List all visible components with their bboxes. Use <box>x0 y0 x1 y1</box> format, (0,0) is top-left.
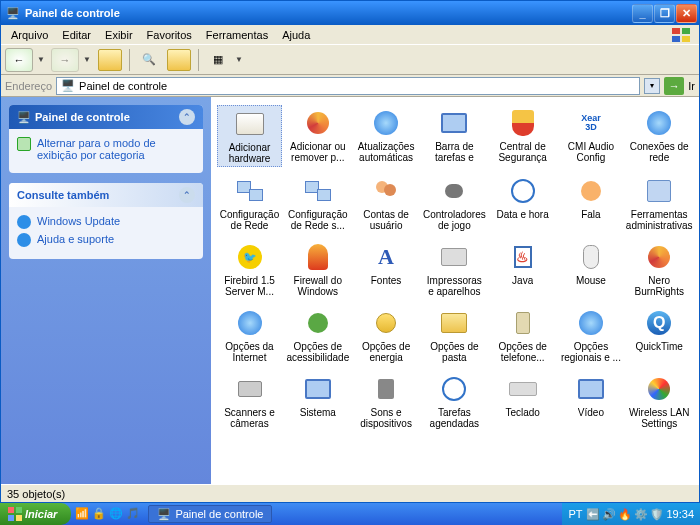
cpl-item[interactable]: Configuração de Rede <box>217 173 282 233</box>
panel-main-header[interactable]: 🖥️Painel de controle ⌃ <box>9 105 203 129</box>
switch-view-link[interactable]: Alternar para o modo de exibição por cat… <box>17 135 195 163</box>
titlebar[interactable]: 🖥️ Painel de controle _ ❐ ✕ <box>1 1 699 25</box>
cpl-item[interactable]: Opções de pasta <box>422 305 487 365</box>
cpl-item[interactable]: Tarefas agendadas <box>422 371 487 431</box>
cpl-item-label: CMI Audio Config <box>560 141 621 163</box>
cpl-item-label: Teclado <box>505 407 539 418</box>
views-dropdown[interactable]: ▼ <box>235 55 245 64</box>
go-button[interactable]: → <box>664 77 684 95</box>
cpl-item[interactable]: Controladores de jogo <box>422 173 487 233</box>
close-button[interactable]: ✕ <box>676 4 697 23</box>
cpl-item[interactable]: Opções da Internet <box>217 305 282 365</box>
cpl-item-label: Opções regionais e ... <box>560 341 621 363</box>
cpl-item[interactable]: Barra de tarefas e me... <box>422 105 487 167</box>
cpl-item[interactable]: Vídeo <box>558 371 623 431</box>
collapse-icon[interactable]: ⌃ <box>179 187 195 203</box>
cpl-item[interactable]: Ferramentas administrativas <box>627 173 692 233</box>
cpl-item[interactable]: Data e hora <box>490 173 555 233</box>
cpl-item[interactable]: Impressoras e aparelhos d... <box>422 239 487 299</box>
cpl-item[interactable]: Firewall do Windows <box>285 239 350 299</box>
cpl-item-label: Opções de pasta <box>424 341 485 363</box>
taskbar-task[interactable]: 🖥️ Painel de controle <box>148 505 272 523</box>
cpl-item[interactable]: Conexões de rede <box>627 105 692 167</box>
tray-icon[interactable]: ⬅️ <box>586 508 598 520</box>
cpl-item[interactable]: QQuickTime <box>627 305 692 365</box>
back-button[interactable]: ← <box>5 48 33 72</box>
forward-dropdown[interactable]: ▼ <box>83 55 93 64</box>
minimize-button[interactable]: _ <box>632 4 653 23</box>
address-dropdown[interactable]: ▾ <box>644 78 660 94</box>
address-input[interactable]: 🖥️ Painel de controle <box>56 77 640 95</box>
panel-main: 🖥️Painel de controle ⌃ Alternar para o m… <box>9 105 203 173</box>
cpl-item[interactable]: Adicionar ou remover p... <box>285 105 350 167</box>
cpl-item[interactable]: Sistema <box>285 371 350 431</box>
cpl-item-label: Tarefas agendadas <box>424 407 485 429</box>
ql-icon[interactable]: 🌐 <box>109 507 123 521</box>
cpl-item[interactable]: 🐦Firebird 1.5 Server M... <box>217 239 282 299</box>
svg-rect-4 <box>8 507 14 513</box>
language-indicator[interactable]: PT <box>568 508 582 520</box>
task-label: Painel de controle <box>175 508 263 520</box>
panel-also-header[interactable]: Consulte também ⌃ <box>9 183 203 207</box>
accessibility-icon <box>302 307 334 339</box>
cpl-item[interactable]: Teclado <box>490 371 555 431</box>
tray-icon[interactable]: 🔥 <box>618 508 630 520</box>
windows-update-link[interactable]: Windows Update <box>17 213 195 231</box>
cpl-item[interactable]: Adicionar hardware <box>217 105 282 167</box>
menu-editar[interactable]: Editar <box>56 27 97 43</box>
clock[interactable]: 19:34 <box>666 508 694 520</box>
cpl-item[interactable]: Opções de telefone... <box>490 305 555 365</box>
views-button[interactable]: ▦ <box>205 47 231 73</box>
menu-ajuda[interactable]: Ajuda <box>276 27 316 43</box>
key-icon <box>507 373 539 405</box>
cpl-item[interactable]: Configuração de Rede s... <box>285 173 350 233</box>
up-button[interactable] <box>97 47 123 73</box>
cpl-item-label: Adicionar ou remover p... <box>287 141 348 163</box>
side-panel: 🖥️Painel de controle ⌃ Alternar para o m… <box>1 97 211 484</box>
flame-icon <box>302 241 334 273</box>
cpl-item[interactable]: ♨Java <box>490 239 555 299</box>
start-button[interactable]: Iniciar <box>0 503 71 525</box>
cpl-item[interactable]: AFontes <box>354 239 419 299</box>
cpl-item[interactable]: Opções de acessibilidade <box>285 305 350 365</box>
category-view-icon <box>17 137 31 151</box>
cpl-item-label: Atualizações automáticas <box>356 141 417 163</box>
face-icon <box>575 175 607 207</box>
box-icon <box>234 108 266 140</box>
panel-main-title: Painel de controle <box>35 111 130 123</box>
cpl-item[interactable]: Fala <box>558 173 623 233</box>
cpl-item[interactable]: Wireless LAN Settings <box>627 371 692 431</box>
menu-favoritos[interactable]: Favoritos <box>141 27 198 43</box>
window: 🖥️ Painel de controle _ ❐ ✕ Arquivo Edit… <box>0 0 700 503</box>
cpl-item[interactable]: Opções regionais e ... <box>558 305 623 365</box>
tray-icon[interactable]: 🛡️ <box>650 508 662 520</box>
forward-button[interactable]: → <box>51 48 79 72</box>
cpl-item[interactable]: Contas de usuário <box>354 173 419 233</box>
ql-icon[interactable]: 🔒 <box>92 507 106 521</box>
menu-exibir[interactable]: Exibir <box>99 27 139 43</box>
tray-icon[interactable]: 🔊 <box>602 508 614 520</box>
back-dropdown[interactable]: ▼ <box>37 55 47 64</box>
menu-ferramentas[interactable]: Ferramentas <box>200 27 274 43</box>
search-button[interactable]: 🔍 <box>136 47 162 73</box>
cpl-item[interactable]: Opções de energia <box>354 305 419 365</box>
cpl-item[interactable]: Central de Segurança <box>490 105 555 167</box>
cpl-item[interactable]: Xear 3DCMI Audio Config <box>558 105 623 167</box>
ql-icon[interactable]: 📶 <box>75 507 89 521</box>
cpl-item[interactable]: Nero BurnRights <box>627 239 692 299</box>
cpl-item[interactable]: Atualizações automáticas <box>354 105 419 167</box>
menu-arquivo[interactable]: Arquivo <box>5 27 54 43</box>
control-panel-icon: 🖥️ <box>17 111 31 124</box>
folders-button[interactable] <box>166 47 192 73</box>
menubar: Arquivo Editar Exibir Favoritos Ferramen… <box>1 25 699 45</box>
collapse-icon[interactable]: ⌃ <box>179 109 195 125</box>
phone-icon <box>507 307 539 339</box>
ql-icon[interactable]: 🎵 <box>126 507 140 521</box>
toolbar: ←▼ →▼ 🔍 ▦▼ <box>1 45 699 75</box>
tray-icon[interactable]: ⚙️ <box>634 508 646 520</box>
cpl-item[interactable]: Mouse <box>558 239 623 299</box>
help-support-link[interactable]: Ajuda e suporte <box>17 231 195 249</box>
cpl-item[interactable]: Sons e dispositivos ... <box>354 371 419 431</box>
cpl-item[interactable]: Scanners e câmeras <box>217 371 282 431</box>
maximize-button[interactable]: ❐ <box>654 4 675 23</box>
